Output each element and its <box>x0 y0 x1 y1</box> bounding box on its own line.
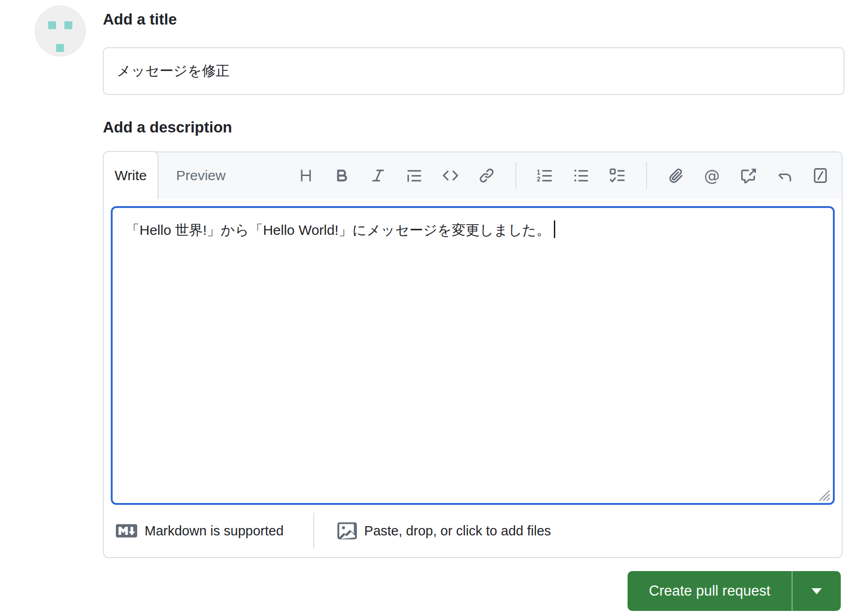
link-button[interactable] <box>477 166 496 185</box>
text-cursor <box>554 220 555 238</box>
markdown-note-text: Markdown is supported <box>145 523 284 539</box>
bold-icon <box>334 168 350 183</box>
editor-header: Write Preview <box>104 152 842 199</box>
identicon-square <box>48 21 56 29</box>
heading-icon <box>298 168 314 183</box>
description-label: Add a description <box>103 118 844 137</box>
editor-footer: Markdown is supported Paste, drop, or cl… <box>104 505 842 557</box>
heading-button[interactable] <box>297 166 315 185</box>
italic-button[interactable] <box>369 166 387 185</box>
caret-down-icon <box>812 588 822 594</box>
markdown-toolbar: @ <box>297 162 842 189</box>
unordered-list-icon <box>573 168 589 183</box>
tab-preview[interactable]: Preview <box>159 152 243 199</box>
slash-command-button[interactable] <box>811 166 830 185</box>
tasklist-button[interactable] <box>608 166 627 185</box>
resize-handle-icon[interactable] <box>817 487 831 501</box>
add-files-button[interactable]: Paste, drop, or click to add files <box>337 521 551 541</box>
footer-divider <box>313 513 314 549</box>
ordered-list-icon <box>537 168 553 183</box>
create-pull-request-form: Add a title Add a description Write Prev… <box>0 0 863 616</box>
reply-button[interactable] <box>775 166 793 185</box>
toolbar-divider <box>515 162 516 189</box>
ordered-list-button[interactable] <box>536 166 554 185</box>
tab-write[interactable]: Write <box>103 151 159 199</box>
title-input[interactable] <box>103 47 844 95</box>
markdown-editor: Write Preview <box>103 151 843 558</box>
markdown-icon <box>116 520 137 541</box>
form-actions: Create pull request <box>103 571 841 611</box>
paperclip-icon <box>668 168 684 183</box>
cross-reference-icon <box>740 168 756 183</box>
attach-file-button[interactable] <box>666 166 685 185</box>
mention-button[interactable]: @ <box>703 166 721 185</box>
form-column: Add a title Add a description Write Prev… <box>103 0 844 611</box>
image-icon <box>337 521 357 541</box>
paste-note-text: Paste, drop, or click to add files <box>364 523 551 539</box>
create-pull-request-button-group: Create pull request <box>628 571 841 611</box>
quote-icon <box>406 168 422 183</box>
reply-icon <box>776 168 792 183</box>
description-textarea[interactable]: 「Hello 世界!」から「Hello World!」にメッセージを変更しました… <box>111 206 835 505</box>
description-text: 「Hello 世界!」から「Hello World!」にメッセージを変更しました… <box>126 222 550 238</box>
tasklist-icon <box>609 168 625 183</box>
create-pull-request-button[interactable]: Create pull request <box>628 571 792 611</box>
italic-icon <box>370 168 386 183</box>
markdown-supported-link[interactable]: Markdown is supported <box>116 520 284 541</box>
quote-button[interactable] <box>405 166 424 185</box>
create-pull-request-dropdown[interactable] <box>792 571 841 611</box>
cross-reference-button[interactable] <box>739 166 757 185</box>
code-button[interactable] <box>441 166 460 185</box>
slash-command-icon <box>812 168 828 183</box>
toolbar-divider <box>646 162 647 189</box>
mention-icon: @ <box>704 166 720 185</box>
avatar <box>35 6 86 57</box>
code-icon <box>443 168 458 183</box>
unordered-list-button[interactable] <box>572 166 590 185</box>
identicon-square <box>56 44 64 52</box>
bold-button[interactable] <box>333 166 351 185</box>
title-label: Add a title <box>103 10 844 29</box>
link-icon <box>479 168 495 183</box>
identicon-square <box>64 21 72 29</box>
